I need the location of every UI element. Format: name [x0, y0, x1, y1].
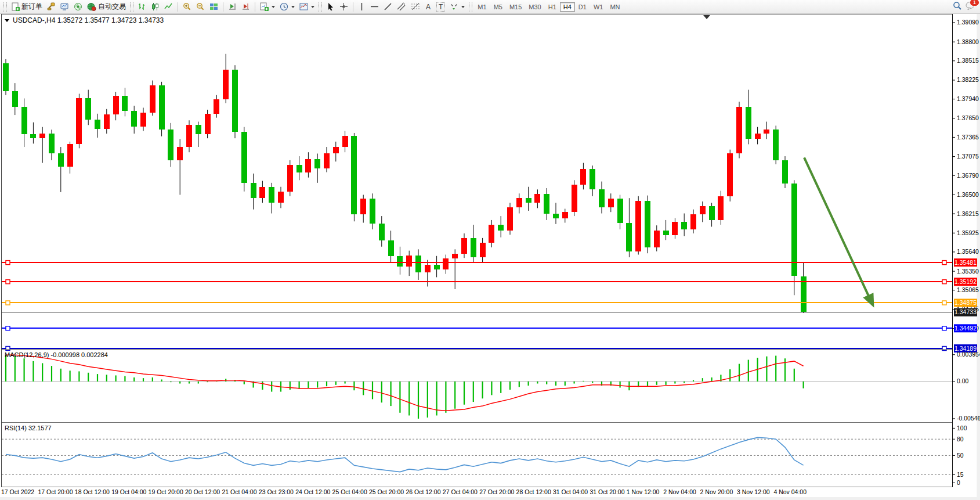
svg-text:17 Oct 20:00: 17 Oct 20:00 [38, 488, 73, 495]
signal-button[interactable] [71, 1, 85, 12]
svg-text:1.37650: 1.37650 [957, 114, 979, 121]
timeframe-button-M30[interactable]: M30 [525, 2, 544, 12]
timeframe-button-H4[interactable]: H4 [560, 2, 575, 12]
horizontal-line-icon [370, 2, 379, 11]
timeframe-button-MN[interactable]: MN [606, 2, 623, 12]
periods-dropdown-icon [291, 6, 295, 8]
svg-text:27 Oct 20:00: 27 Oct 20:00 [479, 488, 514, 495]
periods-button[interactable] [277, 1, 297, 12]
svg-text:23 Oct 23:00: 23 Oct 23:00 [259, 488, 294, 495]
horizontal-lines-layer[interactable] [2, 261, 952, 351]
toolbar-grip [469, 2, 472, 12]
channel-tool-button[interactable] [395, 1, 408, 12]
zoom-out-button[interactable] [194, 1, 207, 12]
signal-icon [74, 2, 82, 11]
svg-text:0.00: 0.00 [957, 377, 969, 384]
svg-text:1.39090: 1.39090 [957, 19, 979, 26]
svg-text:80: 80 [957, 436, 964, 443]
svg-text:2 Nov 04:00: 2 Nov 04:00 [663, 488, 696, 495]
toolbar-separator [255, 2, 255, 12]
svg-text:25 Oct 20:00: 25 Oct 20:00 [369, 488, 404, 495]
svg-text:26 Oct 12:00: 26 Oct 12:00 [406, 488, 440, 495]
svg-text:1.38515: 1.38515 [957, 57, 979, 64]
svg-text:1.35350: 1.35350 [957, 268, 979, 275]
arrows-dropdown-icon [461, 6, 465, 8]
candlesticks-layer [3, 54, 807, 313]
svg-text:1.36500: 1.36500 [957, 191, 979, 198]
gavel-button[interactable] [45, 1, 58, 12]
chart-shift-icon [241, 2, 250, 11]
timeframe-button-M15[interactable]: M15 [506, 2, 525, 12]
ohlc-bars-icon [138, 2, 146, 11]
text-tool-button[interactable]: A [422, 2, 434, 12]
line-chart-type-button[interactable] [162, 1, 175, 12]
toolbar-grip [3, 2, 7, 12]
trendline-tool-button[interactable] [381, 1, 395, 12]
svg-text:4 Nov 04:00: 4 Nov 04:00 [773, 488, 807, 495]
chart-title: USDCAD-,H4 1.35272 1.35477 1.34723 1.347… [5, 16, 164, 24]
chart-shift-marker [703, 15, 710, 19]
notifications-button[interactable]: 1 [965, 1, 976, 12]
svg-text:0.003954: 0.003954 [957, 351, 980, 358]
vertical-line-tool-button[interactable] [356, 1, 368, 12]
svg-text:1.36790: 1.36790 [957, 172, 979, 179]
toolbar-separator [353, 2, 353, 12]
auto-trading-label: 自动交易 [98, 2, 126, 12]
crosshair-tool-button[interactable] [337, 1, 350, 12]
timeframe-button-W1[interactable]: W1 [590, 2, 607, 12]
svg-text:20 Oct 12:00: 20 Oct 12:00 [185, 488, 220, 495]
new-order-button[interactable]: 新订单 [9, 1, 45, 13]
search-icon[interactable] [953, 1, 962, 12]
tile-windows-button[interactable] [207, 1, 220, 12]
zoom-in-button[interactable] [180, 1, 194, 12]
templates-button[interactable] [297, 1, 317, 12]
auto-scroll-button[interactable] [226, 1, 239, 12]
svg-text:1.35065: 1.35065 [957, 286, 979, 293]
toolbar-separator [178, 2, 178, 12]
auto-trading-button[interactable]: 自动交易 [85, 1, 128, 13]
timeframe-button-D1[interactable]: D1 [575, 2, 590, 12]
macd-pane: 0.0039540.00-0.005464MACD(12,26,9) -0.00… [2, 351, 980, 422]
candlestick-icon [151, 2, 160, 11]
toolbar-grip [130, 2, 133, 12]
indicators-dropdown-icon [272, 6, 275, 8]
chart-canvas[interactable]: 1.390901.388001.385151.382251.379401.376… [0, 14, 980, 500]
time-axis[interactable]: 17 Oct 202217 Oct 20:0018 Oct 12:0019 Oc… [1, 488, 807, 495]
line-chart-icon [164, 2, 173, 11]
svg-text:1.34492: 1.34492 [954, 325, 977, 332]
svg-text:1.35481: 1.35481 [954, 259, 977, 266]
tile-windows-icon [209, 2, 218, 11]
templates-icon [299, 2, 308, 11]
trend-arrow[interactable] [804, 157, 869, 297]
timeframe-button-H1[interactable]: H1 [545, 2, 560, 12]
arrow-objects-icon [450, 2, 458, 11]
bar-chart-type-button[interactable] [135, 1, 149, 12]
svg-text:1.34875: 1.34875 [954, 299, 977, 306]
svg-text:1.37075: 1.37075 [957, 153, 979, 160]
svg-text:31 Oct 20:00: 31 Oct 20:00 [590, 488, 624, 495]
macd-label: MACD(12,26,9) -0.000998 0.002284 [5, 351, 108, 358]
new-order-icon [11, 2, 20, 11]
symbol-dropdown-icon[interactable] [5, 19, 9, 22]
candlestick-type-button[interactable] [149, 1, 162, 12]
svg-text:1.35640: 1.35640 [957, 248, 979, 255]
chart-window[interactable]: USDCAD-,H4 1.35272 1.35477 1.34723 1.347… [0, 14, 980, 500]
cursor-tool-button[interactable] [324, 1, 337, 12]
indicators-button[interactable] [258, 1, 277, 12]
svg-text:24 Oct 12:00: 24 Oct 12:00 [295, 488, 330, 495]
svg-text:100: 100 [957, 425, 967, 431]
svg-text:1.35192: 1.35192 [954, 278, 977, 285]
svg-text:31 Oct 04:00: 31 Oct 04:00 [553, 488, 588, 495]
horizontal-line-tool-button[interactable] [368, 1, 381, 12]
market-watch-button[interactable] [58, 1, 71, 12]
chart-shift-button[interactable] [239, 1, 252, 12]
svg-text:1 Nov 12:00: 1 Nov 12:00 [627, 488, 660, 495]
timeframe-button-M5[interactable]: M5 [490, 2, 506, 12]
fibonacci-tool-button[interactable] [408, 1, 422, 12]
arrows-tool-button[interactable] [447, 1, 467, 12]
svg-text:25 Oct 04:00: 25 Oct 04:00 [332, 488, 367, 495]
text-label-tool-button[interactable]: T [434, 1, 447, 13]
clock-icon [280, 2, 288, 11]
auto-trading-icon [87, 2, 96, 11]
timeframe-button-M1[interactable]: M1 [474, 2, 490, 12]
